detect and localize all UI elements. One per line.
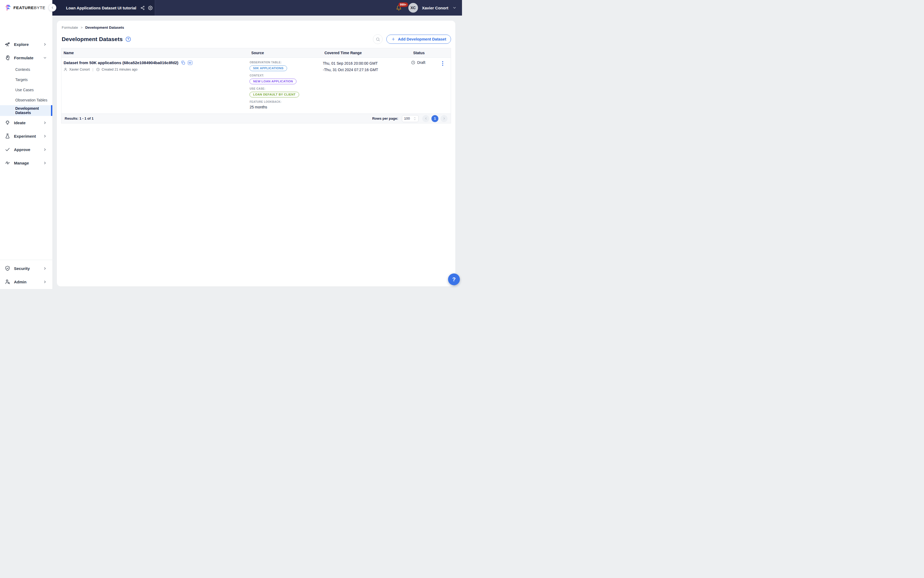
breadcrumb-parent[interactable]: Formulate — [62, 26, 78, 29]
row-meta: Xavier Conort | Created 21 minutes ago — [63, 67, 247, 71]
page-1-button[interactable]: 1 — [431, 115, 438, 122]
search-button[interactable] — [373, 34, 383, 44]
sidebar-bottom-nav: Security Admin — [0, 260, 52, 289]
search-icon — [376, 37, 380, 42]
column-header-source: Source — [249, 51, 322, 55]
project-title: Loan Applications Dataset UI tutorial — [66, 6, 136, 10]
row-owner: Xavier Conort — [69, 68, 89, 71]
sidebar-nav: Explore Formulate Contexts Targets Use C… — [0, 16, 52, 170]
copy-icon[interactable] — [181, 60, 185, 65]
next-page-button[interactable] — [441, 115, 447, 122]
results-count: Results: 1 - 1 of 1 — [65, 117, 94, 120]
breadcrumb-current: Development Datasets — [85, 26, 124, 29]
notification-badge: 999+ — [399, 2, 408, 7]
help-icon[interactable] — [125, 36, 131, 42]
sidebar-item-ideate[interactable]: Ideate — [0, 116, 52, 129]
breadcrumb-separator: > — [81, 26, 83, 29]
sidebar-item-label: Security — [14, 266, 30, 271]
chevron-right-icon — [43, 161, 47, 165]
rows-per-page-value: 100 — [404, 117, 410, 120]
previous-page-button[interactable] — [422, 115, 429, 122]
status-cell: Draft — [411, 60, 451, 114]
sidebar-item-use-cases[interactable]: Use Cases — [0, 85, 52, 95]
rows-per-page-select[interactable]: 100 — [402, 115, 418, 122]
sidebar-item-security[interactable]: Security — [0, 261, 52, 275]
check-icon — [5, 147, 10, 152]
sidebar-item-formulate[interactable]: Formulate — [0, 51, 52, 64]
sidebar-item-experiment[interactable]: Experiment — [0, 129, 52, 143]
lightbulb-icon — [5, 120, 10, 125]
sidebar-item-observation-tables[interactable]: Observation Tables — [0, 95, 52, 105]
avatar[interactable]: XC — [409, 3, 418, 13]
feature-lookback-value: 25 months — [250, 105, 322, 109]
title-actions: Add Development Dataset — [373, 34, 451, 44]
dataset-name[interactable]: Dataset from 50K applications (68ca52e10… — [63, 60, 178, 65]
sidebar-item-contexts[interactable]: Contexts — [0, 64, 52, 75]
featurebyte-logo — [5, 5, 11, 11]
page-title: Development Datasets — [62, 36, 123, 42]
kebab-menu-icon[interactable] — [441, 60, 444, 67]
use-case-tag[interactable]: LOAN DEFAULT BY CLIENT — [250, 92, 299, 97]
brand-name: FEATUREBYTE — [13, 5, 45, 10]
subnav-label: Observation Tables — [15, 98, 47, 102]
share-icon[interactable] — [140, 6, 145, 10]
help-fab-button[interactable]: ? — [448, 273, 460, 285]
topbar-right: 999+ XC Xavier Conort — [396, 3, 462, 13]
id-badge-icon[interactable]: ID — [188, 61, 192, 65]
chevron-left-icon — [424, 117, 428, 120]
sidebar-item-approve[interactable]: Approve — [0, 143, 52, 156]
subnav-label: Use Cases — [15, 88, 34, 92]
select-arrows-icon — [413, 117, 417, 120]
observation-table-tag[interactable]: 50K APPLICATIONS — [250, 65, 287, 71]
name-cell: Dataset from 50K applications (68ca52e10… — [62, 60, 249, 114]
status-label: Draft — [417, 60, 425, 65]
sidebar-item-admin[interactable]: Admin — [0, 275, 52, 289]
subnav-label: Targets — [15, 78, 28, 82]
chevron-right-icon — [43, 121, 47, 125]
context-tag[interactable]: NEW LOAN APPLICATION — [250, 79, 296, 84]
sidebar-item-label: Experiment — [14, 134, 36, 138]
sidebar: FEATUREBYTE Explore Formulate Contexts T… — [0, 0, 52, 289]
datasets-table: Name Source Covered Time Range Status Da… — [61, 48, 451, 123]
sidebar-item-manage[interactable]: Manage — [0, 156, 52, 170]
clock-icon — [411, 60, 415, 65]
project-tab[interactable]: Loan Applications Dataset UI tutorial — [52, 0, 155, 16]
subnav-label: Contexts — [15, 67, 30, 71]
table-row: Dataset from 50K applications (68ca52e10… — [62, 58, 451, 114]
sidebar-item-targets[interactable]: Targets — [0, 75, 52, 85]
column-header-name: Name — [62, 51, 249, 55]
sidebar-item-explore[interactable]: Explore — [0, 37, 52, 51]
subnav-label: Development Datasets — [15, 106, 51, 115]
chevron-down-icon[interactable] — [452, 6, 457, 10]
user-name: Xavier Conort — [422, 6, 448, 10]
gear-icon[interactable] — [148, 6, 152, 10]
source-cell: OBSERVATION TABLE: 50K APPLICATIONS CONT… — [249, 60, 322, 114]
sidebar-item-development-datasets[interactable]: Development Datasets — [0, 105, 52, 116]
avatar-initials: XC — [410, 6, 416, 10]
table-footer: Results: 1 - 1 of 1 Rows per page: 100 1 — [62, 114, 451, 123]
add-development-dataset-button[interactable]: Add Development Dataset — [386, 35, 451, 44]
brand-logo: FEATUREBYTE — [0, 0, 52, 16]
feature-lookback-label: FEATURE LOOKBACK: — [250, 101, 322, 103]
sidebar-item-label: Approve — [14, 147, 30, 152]
title-row: Development Datasets Add Development Dat… — [61, 34, 451, 44]
user-search-icon — [5, 279, 10, 284]
pagination-controls: Rows per page: 100 1 — [372, 115, 447, 122]
notifications-button[interactable]: 999+ — [396, 5, 402, 11]
breadcrumb: Formulate > Development Datasets — [61, 26, 451, 29]
meta-divider: | — [91, 67, 94, 71]
covered-time-range-cell: Thu, 01 Sep 2016 20:00:00 GMT -Thu, 31 O… — [322, 60, 411, 114]
chevron-left-icon — [50, 6, 55, 10]
observation-table-label: OBSERVATION TABLE: — [250, 61, 322, 64]
head-gear-icon — [5, 55, 10, 60]
sidebar-item-label: Formulate — [14, 55, 34, 60]
chevron-right-icon — [43, 148, 47, 152]
sidebar-item-label: Admin — [14, 279, 27, 284]
table-header: Name Source Covered Time Range Status — [62, 48, 451, 58]
activity-icon — [5, 160, 10, 166]
shield-check-icon — [5, 266, 10, 271]
pager: 1 — [422, 115, 447, 122]
flask-icon — [5, 133, 10, 139]
chevron-right-icon — [43, 280, 47, 284]
collapse-sidebar-button[interactable] — [49, 4, 56, 11]
